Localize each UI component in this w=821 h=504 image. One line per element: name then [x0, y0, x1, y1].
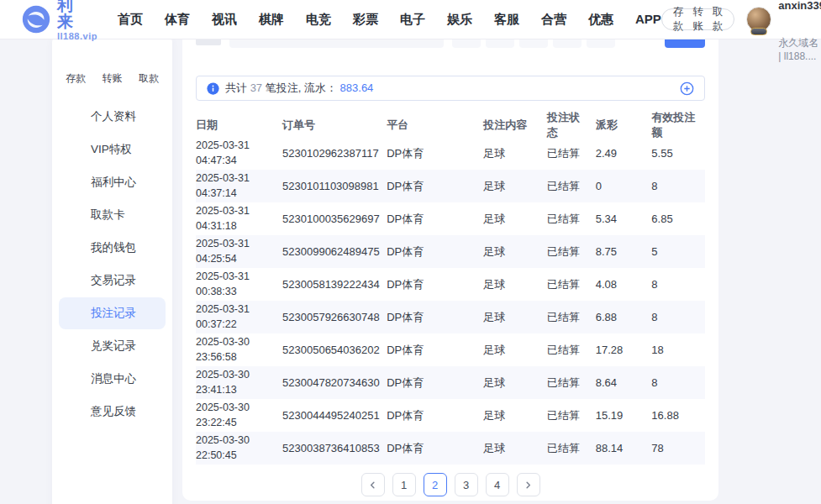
- pagination-page-1[interactable]: 1: [392, 473, 416, 496]
- table-row[interactable]: 2025-03-30 22:50:45 5230038736410853 DP体…: [196, 432, 705, 465]
- sidebar-shortcut-label: 取款: [139, 71, 159, 86]
- cell-valid-amount: 5: [651, 245, 705, 258]
- table-header: 日期订单号平台投注内容投注状态派彩有效投注额: [196, 113, 705, 137]
- nav-item[interactable]: 电竞: [306, 12, 331, 28]
- cell-payout: 17.28: [596, 344, 652, 356]
- column-header: 有效投注额: [651, 110, 705, 140]
- cell-bet-status: 已结算: [547, 441, 596, 456]
- table-row[interactable]: 2025-03-30 23:56:58 5230050654036202 DP体…: [196, 333, 705, 366]
- cell-bet-status: 已结算: [547, 212, 596, 227]
- cell-platform: DP体育: [387, 343, 483, 358]
- cell-platform: DP体育: [387, 375, 483, 391]
- nav-item[interactable]: 合营: [541, 12, 566, 28]
- sidebar-menu-item-label: 取款卡: [91, 207, 125, 223]
- table-row[interactable]: 2025-03-31 04:25:54 5230099062489475 DP体…: [196, 235, 705, 268]
- cell-order-number: 5230102962387117: [282, 147, 387, 160]
- cell-date: 2025-03-31 04:37:14: [196, 171, 282, 201]
- cell-date: 2025-03-31 04:47:34: [196, 139, 282, 168]
- permanent-domain: 永久域名：ll188.vip | ll188....: [778, 36, 821, 62]
- cell-bet-status: 已结算: [547, 343, 596, 358]
- cell-payout: 8.75: [596, 245, 652, 258]
- brand-name: 利 来: [57, 0, 97, 29]
- sidebar-menu: 个人资料 VIP特权 福利中心 取款卡 我的钱包 交易记录 投注记录 兑奖记录 …: [59, 101, 166, 428]
- sidebar-menu-item[interactable]: 投注记录: [59, 297, 166, 329]
- transfer-icon: [104, 47, 121, 67]
- sidebar-menu-item[interactable]: 兑奖记录: [59, 330, 166, 362]
- cell-bet-status: 已结算: [547, 146, 596, 161]
- column-header: 投注状态: [547, 110, 596, 140]
- sidebar-shortcut-label: 存款: [66, 71, 86, 86]
- nav-item[interactable]: 视讯: [212, 12, 237, 28]
- column-header: 投注内容: [483, 118, 547, 133]
- cell-platform: DP体育: [387, 310, 483, 325]
- bets-table: 日期订单号平台投注内容投注状态派彩有效投注额 2025-03-31 04:47:…: [196, 113, 705, 465]
- cell-platform: DP体育: [387, 146, 483, 161]
- sidebar-menu-item[interactable]: 消息中心: [59, 363, 166, 395]
- sidebar-shortcuts: 存款 转账 取款: [59, 47, 166, 86]
- cell-bet-content: 足球: [483, 146, 547, 161]
- header-quick-action[interactable]: 取款: [713, 5, 724, 34]
- brand-logo-icon: [22, 5, 50, 34]
- sidebar-shortcut[interactable]: 取款: [139, 47, 159, 86]
- user-block[interactable]: anxin3399 总资产：1363.49元 永久域名：ll188.vip | …: [746, 0, 821, 62]
- sidebar-menu-item[interactable]: VIP特权: [59, 134, 166, 165]
- main-content-card: 共计 37 笔投注, 流水： 883.64 日期订单号平台投注内容投注状态派彩有…: [182, 25, 718, 501]
- header-quick-action[interactable]: 存款: [673, 5, 684, 34]
- table-row[interactable]: 2025-03-31 00:38:33 5230058139222434 DP体…: [196, 268, 705, 301]
- pagination-page-3[interactable]: 3: [455, 473, 478, 496]
- cell-order-number: 5230099062489475: [282, 245, 387, 258]
- sidebar-menu-item[interactable]: 福利中心: [59, 166, 166, 198]
- pagination-prev-icon[interactable]: [361, 473, 385, 496]
- cell-bet-status: 已结算: [547, 244, 596, 260]
- message-icon: [68, 372, 82, 386]
- nav-item[interactable]: 娱乐: [447, 12, 472, 28]
- nav-item[interactable]: 客服: [494, 12, 519, 28]
- sidebar-shortcut[interactable]: 转账: [103, 47, 123, 86]
- table-row[interactable]: 2025-03-31 04:31:18 5230100035629697 DP体…: [196, 202, 705, 235]
- cell-valid-amount: 8: [651, 180, 705, 192]
- sidebar-shortcut[interactable]: 存款: [66, 47, 86, 86]
- sidebar-menu-item[interactable]: 意见反馈: [59, 396, 166, 428]
- cell-bet-content: 足球: [483, 375, 547, 391]
- nav-item[interactable]: 首页: [118, 12, 143, 28]
- table-row[interactable]: 2025-03-31 04:37:14 5230101103098981 DP体…: [196, 170, 705, 202]
- table-row[interactable]: 2025-03-31 04:47:34 5230102962387117 DP体…: [196, 137, 705, 170]
- pagination-page-4[interactable]: 4: [486, 473, 509, 496]
- vip-badge: [750, 28, 767, 35]
- nav-item[interactable]: 优惠: [588, 12, 613, 28]
- cell-bet-status: 已结算: [547, 375, 596, 391]
- pagination: 1234: [196, 473, 705, 496]
- sidebar-menu-item[interactable]: 我的钱包: [59, 232, 166, 264]
- brand-logo[interactable]: 利 来 ll188.vip: [22, 0, 97, 41]
- header-quick-action[interactable]: 转账: [692, 5, 703, 34]
- sidebar-menu-item[interactable]: 取款卡: [59, 199, 166, 231]
- column-header: 日期: [196, 118, 282, 133]
- cell-order-number: 5230050654036202: [282, 344, 387, 356]
- cell-bet-content: 足球: [483, 212, 547, 227]
- cell-platform: DP体育: [387, 277, 483, 292]
- cell-payout: 2.49: [596, 147, 652, 160]
- cell-platform: DP体育: [387, 441, 483, 456]
- pagination-next-icon[interactable]: [517, 473, 540, 496]
- nav-item[interactable]: 电子: [400, 12, 425, 28]
- nav-item[interactable]: 棋牌: [259, 12, 284, 28]
- sidebar-menu-item[interactable]: 个人资料: [59, 101, 166, 133]
- pagination-page-2[interactable]: 2: [424, 473, 447, 496]
- cell-valid-amount: 8: [651, 278, 705, 291]
- table-row[interactable]: 2025-03-31 00:37:22 5230057926630748 DP体…: [196, 301, 705, 333]
- plus-circle-icon[interactable]: [680, 81, 694, 96]
- nav-item[interactable]: APP: [635, 12, 661, 28]
- nav-item[interactable]: 彩票: [353, 12, 378, 28]
- table-row[interactable]: 2025-03-30 23:22:45 5230044495240251 DP体…: [196, 399, 705, 432]
- cell-platform: DP体育: [387, 179, 483, 194]
- column-header: 订单号: [282, 118, 387, 133]
- nav-item[interactable]: 体育: [165, 12, 190, 28]
- cell-valid-amount: 16.88: [651, 409, 705, 422]
- cell-payout: 4.08: [596, 278, 652, 291]
- cell-payout: 15.19: [596, 409, 652, 422]
- sidebar-menu-item-label: 个人资料: [91, 109, 136, 124]
- cell-payout: 0: [596, 180, 652, 192]
- sidebar-menu-item[interactable]: 交易记录: [59, 265, 166, 297]
- cell-bet-content: 足球: [483, 244, 547, 260]
- table-row[interactable]: 2025-03-30 23:41:13 5230047820734630 DP体…: [196, 366, 705, 399]
